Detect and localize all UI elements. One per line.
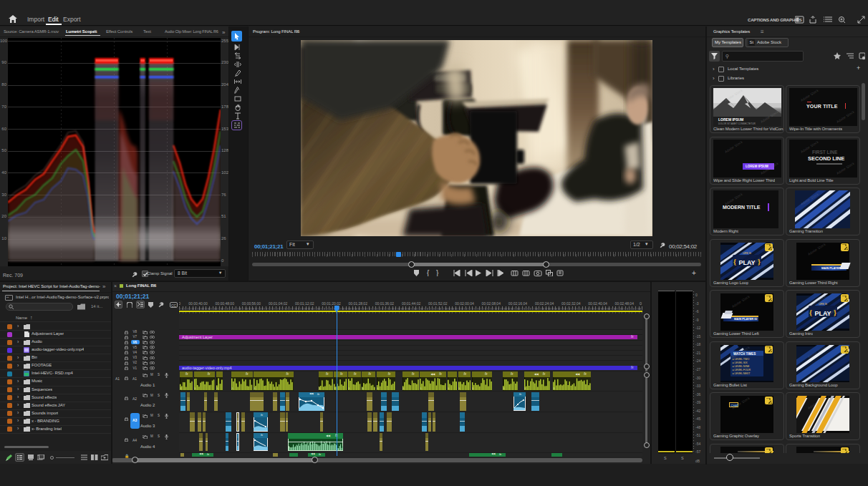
svg-text:LIFE IS: LIFE IS — [819, 303, 827, 306]
svg-text:▸ LEVEL FOUR: ▸ LEVEL FOUR — [733, 369, 751, 371]
svg-text:DOLOR SIT AMET CONSECTETUR: DOLOR SIT AMET CONSECTETUR — [718, 122, 756, 125]
svg-text:LIFE IS: LIFE IS — [743, 252, 751, 255]
svg-text:▸ LEVEL NINE: ▸ LEVEL NINE — [733, 365, 750, 368]
svg-text:{: { — [733, 257, 736, 266]
svg-text:PLAY: PLAY — [814, 310, 831, 317]
svg-text:}: } — [758, 257, 761, 266]
svg-text:}: } — [436, 270, 439, 276]
svg-text:}: } — [834, 308, 836, 316]
svg-text:{: { — [809, 308, 812, 316]
svg-text:▸ LEVEL SIX: ▸ LEVEL SIX — [733, 361, 748, 364]
svg-text:{: { — [427, 270, 430, 276]
svg-text:▸ LEVEL NEXT: ▸ LEVEL NEXT — [733, 372, 751, 375]
svg-text:LOREM IPSUM: LOREM IPSUM — [718, 117, 743, 122]
svg-text:PLAY: PLAY — [738, 258, 755, 266]
